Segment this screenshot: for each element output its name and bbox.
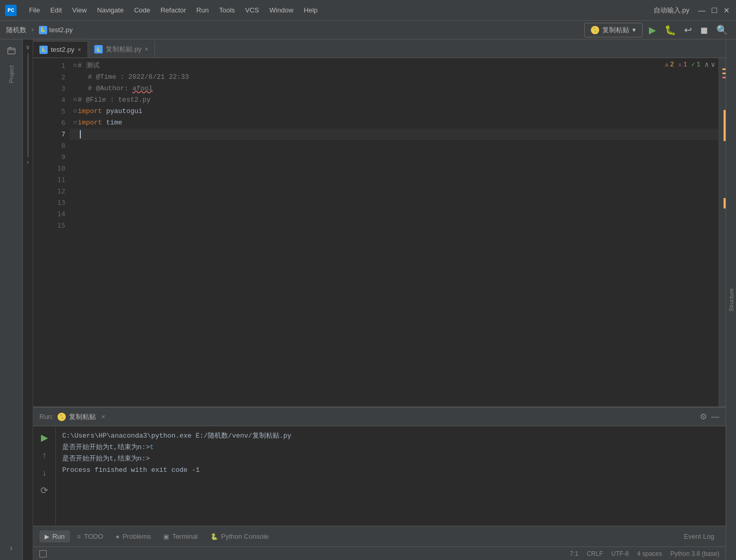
menu-edit[interactable]: Edit <box>46 4 66 16</box>
code-line-9 <box>69 151 718 163</box>
menu-navigate[interactable]: Navigate <box>93 4 128 16</box>
code-line-8 <box>69 140 718 151</box>
main-layout: Project › ∨ › 🐍 test2.py × 🐍 复制粘贴.py × <box>0 39 736 560</box>
bottom-panel: Run: 🐍 复制粘贴 × ⚙ — ▶ ↑ ↓ ⟳ <box>33 407 726 526</box>
sidebar-arrow-right[interactable]: › <box>2 539 21 558</box>
editor-area: 🐍 test2.py × 🐍 复制粘贴.py × ⚠ 2 ⚠ 1 <box>33 39 726 560</box>
menu-run[interactable]: Run <box>192 4 213 16</box>
keyword-import-1: import <box>78 106 102 117</box>
fold-icon-5[interactable]: ⊟ <box>74 106 77 117</box>
menu-help[interactable]: Help <box>300 4 322 16</box>
sidebar-project-icon[interactable] <box>2 41 21 60</box>
status-notifications <box>39 550 47 557</box>
menu-code[interactable]: Code <box>130 4 154 16</box>
bottom-left-controls: ▶ ↑ ↓ ⟳ <box>33 426 56 526</box>
tab-icon-1: 🐍 <box>94 45 103 53</box>
gutter-line-1 <box>33 60 44 72</box>
bottom-tab-run[interactable]: ▶ Run <box>39 530 70 542</box>
terminal-output[interactable]: C:\Users\HP\anaconda3\python.exe E:/随机数/… <box>56 426 726 526</box>
line-num-6: 6 <box>44 117 65 129</box>
code-area[interactable]: ⊟ # 测试 # @Time : 2022/8/21 22:33 # @Auth… <box>69 58 718 407</box>
bottom-tab-python-console[interactable]: 🐍 Python Console <box>205 530 274 542</box>
code-line-10 <box>69 163 718 174</box>
close-button[interactable]: ✕ <box>723 6 731 15</box>
menu-file[interactable]: File <box>25 4 44 16</box>
svg-rect-0 <box>8 48 15 54</box>
menu-tools[interactable]: Tools <box>215 4 239 16</box>
run-config-dropdown[interactable]: ▾ <box>632 26 636 34</box>
problems-tab-icon: ● <box>116 533 119 540</box>
panel-minimize-button[interactable]: — <box>711 412 719 422</box>
term-line-1: C:\Users\HP\anaconda3\python.exe E:/随机数/… <box>62 430 719 442</box>
run-button[interactable]: ▶ <box>647 22 658 38</box>
code-text-2: # @Time : 2022/8/21 22:33 <box>80 72 189 83</box>
line-num-4: 4 <box>44 94 65 106</box>
breadcrumb-folder[interactable]: 随机数 <box>6 25 26 35</box>
maximize-button[interactable]: ☐ <box>710 6 718 15</box>
status-encoding[interactable]: UTF-8 <box>611 550 629 557</box>
fold-icon-4[interactable]: ⊟ <box>74 94 77 106</box>
bottom-tab-event-log[interactable]: Event Log <box>678 530 719 542</box>
tab-test2-py[interactable]: 🐍 test2.py × <box>33 41 88 58</box>
line-num-1: 1 <box>44 60 65 72</box>
line-num-12: 12 <box>44 186 65 197</box>
code-line-3: # @Author: afool <box>69 83 718 94</box>
run-controls: 🐍 复制粘贴 ▾ ▶ 🐛 ↩ ◼ 🔍 <box>584 22 730 38</box>
minimap-highlight-2 <box>724 198 726 208</box>
breadcrumb-separator: › <box>31 26 35 34</box>
panel-settings-button[interactable]: ⚙ <box>700 412 707 422</box>
structure-label: Structure <box>728 288 734 312</box>
run-config-button[interactable]: 🐍 复制粘贴 ▾ <box>584 23 643 37</box>
code-line-2: # @Time : 2022/8/21 22:33 <box>69 72 718 83</box>
bottom-tab-todo[interactable]: ≡ TODO <box>72 530 108 542</box>
fold-icon-6[interactable]: ⊟ <box>74 117 77 129</box>
debug-button[interactable]: 🐛 <box>662 22 678 38</box>
breadcrumb-filename[interactable]: test2.py <box>49 26 73 34</box>
project-expand-arrow[interactable]: › <box>26 159 30 166</box>
tab-fuzhi-py[interactable]: 🐍 复制粘贴.py × <box>88 41 155 58</box>
minimize-button[interactable]: — <box>698 6 706 15</box>
left-sidebar: Project › <box>0 39 23 560</box>
search-everywhere-button[interactable]: 🔍 <box>714 22 730 38</box>
status-indent[interactable]: 4 spaces <box>637 550 662 557</box>
code-line-11 <box>69 174 718 186</box>
python-console-tab-icon: 🐍 <box>210 533 218 540</box>
status-position[interactable]: 7:1 <box>570 550 578 557</box>
stop-button[interactable]: ◼ <box>698 22 710 38</box>
status-line-ending[interactable]: CRLF <box>587 550 603 557</box>
scroll-up-button[interactable]: ↑ <box>37 448 52 463</box>
keyword-import-2: import <box>78 117 102 129</box>
terminal-run-button[interactable]: ▶ <box>37 430 52 445</box>
tab-close-0[interactable]: × <box>78 46 81 53</box>
run-tab[interactable]: 🐍 复制粘贴 × <box>58 412 105 422</box>
panel-controls: ⚙ — <box>700 412 719 422</box>
run-tab-icon: 🐍 <box>58 413 66 421</box>
menu-bar: File Edit View Navigate Code Refactor Ru… <box>25 4 645 16</box>
right-scrollbar[interactable] <box>718 58 726 407</box>
gutter-line-6 <box>33 117 44 129</box>
menu-window[interactable]: Window <box>265 4 298 16</box>
status-python-version[interactable]: Python 3.8 (base) <box>670 550 719 557</box>
rerun-button[interactable]: ⟳ <box>37 483 52 498</box>
bottom-tab-problems[interactable]: ● Problems <box>110 530 156 542</box>
menu-refactor[interactable]: Refactor <box>157 4 190 16</box>
project-collapse-arrow[interactable]: ∨ <box>26 44 30 51</box>
menu-view[interactable]: View <box>68 4 91 16</box>
line-numbers: 1 2 3 4 5 6 7 8 9 10 11 12 13 14 15 <box>44 58 69 407</box>
gutter-line-5 <box>33 106 44 117</box>
code-line-13 <box>69 197 718 208</box>
tab-close-1[interactable]: × <box>145 46 148 53</box>
line-num-5: 5 <box>44 106 65 117</box>
fold-icon-1[interactable]: ⊟ <box>74 60 77 72</box>
code-text-5: pyautogui <box>102 106 143 117</box>
gutter-line-4 <box>33 94 44 106</box>
menu-vcs[interactable]: VCS <box>241 4 263 16</box>
problems-tab-label: Problems <box>122 533 151 540</box>
bottom-tab-terminal[interactable]: ▣ Terminal <box>158 530 203 542</box>
run-label: Run: <box>39 413 53 421</box>
term-line-4: Process finished with exit code -1 <box>62 465 719 476</box>
line-num-13: 13 <box>44 197 65 208</box>
run-tab-close[interactable]: × <box>101 413 105 421</box>
run-coverage-button[interactable]: ↩ <box>682 22 694 38</box>
scroll-down-button[interactable]: ↓ <box>37 466 52 480</box>
